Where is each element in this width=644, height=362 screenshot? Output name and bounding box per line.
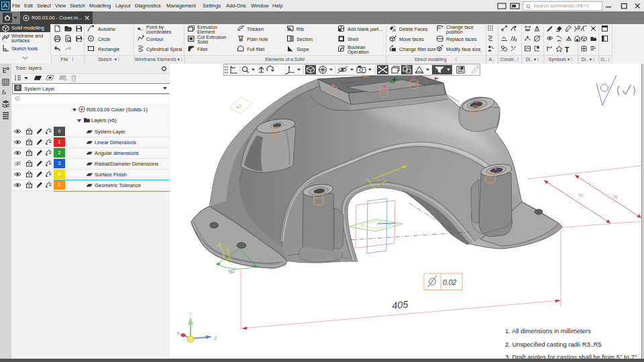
svg-text:50°: 50° (228, 267, 237, 275)
svg-text:Y: Y (189, 311, 192, 317)
svg-text:0.02: 0.02 (443, 278, 457, 286)
svg-text:70: 70 (577, 192, 584, 198)
svg-text:1. All dimensions in millimete: 1. All dimensions in millimeters (505, 327, 591, 335)
svg-text:35: 35 (612, 194, 619, 200)
svg-text:X: X (176, 330, 180, 337)
svg-text:405: 405 (392, 299, 409, 311)
svg-text:Z: Z (214, 335, 217, 341)
svg-text:2. Unspecified casting radii R: 2. Unspecified casting radii R3..R5 (505, 341, 602, 348)
